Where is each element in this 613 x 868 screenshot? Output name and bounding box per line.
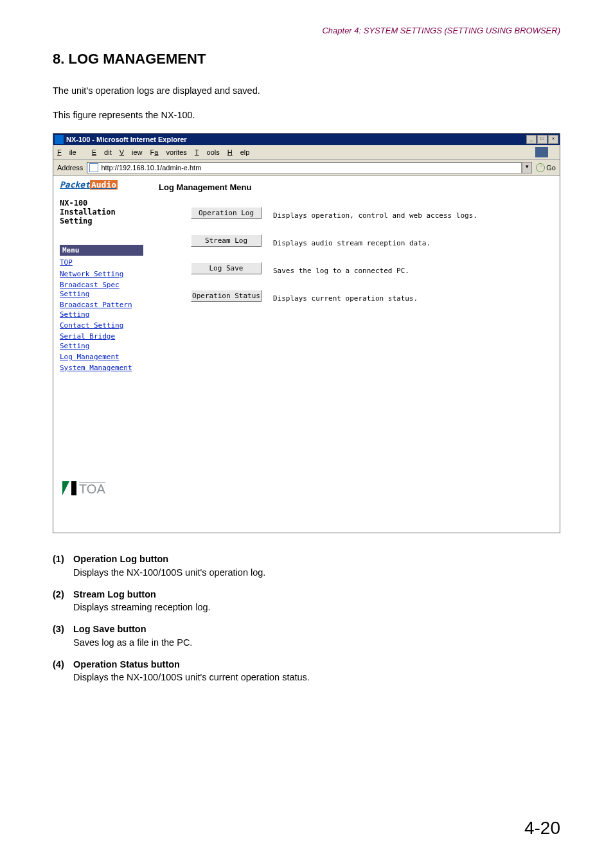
browser-window: NX-100 - Microsoft Internet Explorer _ □… — [53, 133, 560, 533]
device-name: NX-100 — [60, 199, 143, 208]
desc-body: Saves log as a file in the PC. — [73, 636, 192, 649]
menubar: File Edit View Favorites Tools Help — [53, 145, 560, 160]
menu-help[interactable]: Help — [227, 148, 250, 156]
intro-text: The unit's operation logs are displayed … — [53, 84, 560, 97]
page-icon — [89, 163, 98, 172]
row-operation-status: Operation Status Displays current operat… — [159, 289, 551, 303]
packet-audio-logo[interactable]: PacketAudio — [60, 180, 118, 190]
row-stream-log: Stream Log Displays audio stream recepti… — [159, 234, 551, 247]
window-title: NX-100 - Microsoft Internet Explorer — [66, 136, 526, 143]
desc-body: Displays the NX-100/100S unit's current … — [73, 671, 310, 684]
log-save-desc: Saves the log to a connected PC. — [273, 261, 409, 275]
operation-log-desc: Displays operation, control and web acce… — [273, 206, 477, 220]
sidebar: PacketAudio NX-100 Installation Setting … — [53, 176, 150, 533]
desc-item-1: (1) Operation Log button Displays the NX… — [53, 553, 560, 579]
sidebar-link-serial-bridge[interactable]: Serial Bridge Setting — [60, 332, 143, 351]
desc-item-3: (3) Log Save button Saves log as a file … — [53, 623, 560, 649]
page-number: 4-20 — [524, 818, 560, 838]
desc-item-2: (2) Stream Log button Displays streaming… — [53, 588, 560, 614]
address-input[interactable]: http://192.168.10.1/admin-e.htm — [87, 162, 522, 173]
desc-body: Displays the NX-100/100S unit's operatio… — [73, 566, 265, 579]
sidebar-link-log-management[interactable]: Log Management — [60, 353, 143, 362]
sidebar-link-broadcast-spec[interactable]: Broadcast Spec Setting — [60, 281, 143, 299]
row-operation-log: Operation Log Displays operation, contro… — [159, 206, 551, 220]
ie-icon — [55, 135, 64, 144]
menu-view[interactable]: View — [120, 148, 143, 156]
desc-item-4: (4) Operation Status button Displays the… — [53, 658, 560, 684]
desc-title: Operation Status button — [73, 658, 310, 671]
close-button[interactable]: × — [548, 135, 558, 144]
address-url: http://192.168.10.1/admin-e.htm — [101, 164, 201, 172]
toa-mark-icon — [62, 481, 76, 495]
operation-status-button[interactable]: Operation Status — [191, 290, 262, 302]
sidebar-link-network[interactable]: Network Setting — [60, 270, 143, 279]
menu-favorites[interactable]: Favorites — [150, 148, 187, 156]
sidebar-link-top[interactable]: TOP — [60, 258, 143, 267]
desc-num: (1) — [53, 553, 73, 579]
desc-title: Stream Log button — [73, 588, 211, 601]
menu-header: Menu — [60, 245, 143, 256]
address-label: Address — [57, 164, 83, 172]
maximize-button[interactable]: □ — [537, 135, 547, 144]
address-bar: Address http://192.168.10.1/admin-e.htm … — [53, 160, 560, 176]
titlebar: NX-100 - Microsoft Internet Explorer _ □… — [53, 134, 560, 145]
main-panel: Log Management Menu Operation Log Displa… — [150, 176, 560, 533]
operation-log-button[interactable]: Operation Log — [191, 207, 262, 219]
sidebar-link-system-management[interactable]: System Management — [60, 364, 143, 373]
minimize-button[interactable]: _ — [526, 135, 537, 144]
address-dropdown[interactable]: ▼ — [522, 162, 532, 173]
desc-num: (3) — [53, 623, 73, 649]
sidebar-link-contact[interactable]: Contact Setting — [60, 321, 143, 330]
desc-num: (2) — [53, 588, 73, 614]
desc-num: (4) — [53, 658, 73, 684]
operation-status-desc: Displays current operation status. — [273, 289, 418, 303]
stream-log-desc: Displays audio stream reception data. — [273, 234, 431, 247]
go-button[interactable]: Go — [536, 163, 556, 172]
row-log-save: Log Save Saves the log to a connected PC… — [159, 261, 551, 275]
figure-caption: This figure represents the NX-100. — [53, 110, 560, 120]
desc-body: Displays streaming reception log. — [73, 601, 211, 614]
stream-log-button[interactable]: Stream Log — [191, 235, 262, 247]
toa-logo: TOA — [62, 481, 105, 495]
installation-setting-label: Installation Setting — [60, 208, 143, 226]
menu-tools[interactable]: Tools — [195, 148, 220, 156]
sidebar-link-broadcast-pattern[interactable]: Broadcast Pattern Setting — [60, 301, 143, 319]
menu-edit[interactable]: Edit — [92, 148, 112, 156]
desc-title: Log Save button — [73, 623, 192, 635]
content-area: PacketAudio NX-100 Installation Setting … — [53, 176, 560, 533]
chapter-header: Chapter 4: SYSTEM SETTINGS (SETTING USIN… — [53, 26, 560, 35]
toa-text: TOA — [79, 482, 105, 495]
menu-file[interactable]: File — [57, 148, 84, 156]
log-save-button[interactable]: Log Save — [191, 262, 262, 274]
section-title: 8. LOG MANAGEMENT — [53, 51, 560, 67]
panel-title: Log Management Menu — [159, 182, 551, 192]
go-icon — [536, 163, 545, 172]
desc-title: Operation Log button — [73, 553, 265, 565]
ie-throbber-icon — [535, 147, 548, 157]
